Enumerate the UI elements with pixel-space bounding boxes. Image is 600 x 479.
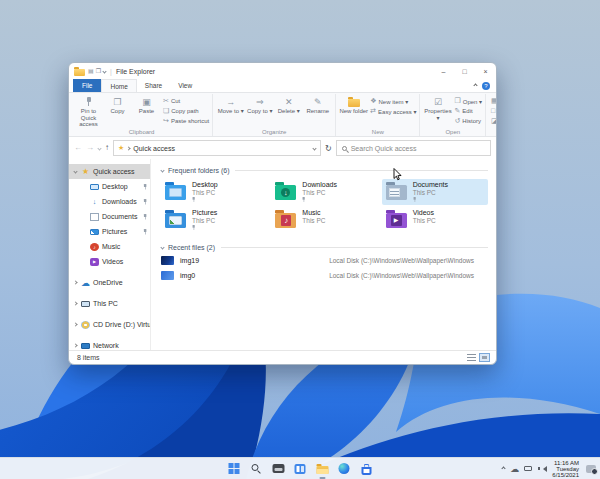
paste-button[interactable]: ▣Paste: [132, 94, 161, 115]
new-folder-button[interactable]: New folder: [339, 94, 368, 115]
collapse-ribbon-icon[interactable]: [473, 83, 477, 87]
folder-tile-documents[interactable]: DocumentsThis PC: [382, 179, 488, 205]
minimize-button[interactable]: –: [433, 63, 454, 79]
move-to-button[interactable]: →Move to ▾: [216, 94, 245, 115]
paste-icon: ▣: [142, 97, 151, 107]
sidebar-item-this-pc[interactable]: This PC: [69, 296, 150, 311]
search-input[interactable]: Search Quick access: [336, 140, 491, 156]
tree-expander-right-icon[interactable]: [73, 323, 78, 326]
sidebar-item-desktop[interactable]: Desktop: [69, 179, 150, 194]
sidebar-item-documents[interactable]: Documents: [69, 209, 150, 224]
ribbon-group-organize: →Move to ▾⇒Copy to ▾✕Delete ▾✎RenameOrga…: [213, 94, 336, 136]
new-item-button[interactable]: ❖New item ▾: [370, 97, 416, 105]
pin-to-quick-access-button[interactable]: Pin to Quick access: [74, 94, 103, 128]
tab-view[interactable]: View: [170, 79, 200, 92]
invert-selection-button[interactable]: ◪Invert selection: [491, 117, 497, 125]
folder-tile-desktop[interactable]: DesktopThis PC: [161, 179, 267, 205]
volume-tray-icon[interactable]: [537, 466, 547, 472]
sidebar-item-pictures[interactable]: Pictures: [69, 224, 150, 239]
breadcrumb[interactable]: Quick access: [133, 145, 175, 152]
large-icons-view-icon[interactable]: [479, 353, 490, 362]
paste-shortcut-button[interactable]: ↪Paste shortcut: [163, 117, 209, 125]
network-tray-icon[interactable]: [524, 466, 532, 471]
tab-home[interactable]: Home: [101, 79, 136, 92]
button-label: New item ▾: [379, 98, 409, 105]
address-bar[interactable]: ★ Quick access: [113, 140, 321, 156]
notification-center-icon[interactable]: [586, 465, 596, 473]
qat-new-folder-icon[interactable]: ❒: [96, 67, 101, 75]
up-icon[interactable]: ↑: [105, 143, 109, 153]
folder-tile-pictures[interactable]: PicturesThis PC: [161, 207, 267, 233]
taskbar-file-explorer-icon[interactable]: [315, 459, 330, 479]
maximize-button[interactable]: □: [454, 63, 475, 79]
tray-overflow-chevron-icon[interactable]: [502, 467, 505, 470]
copy-path-button[interactable]: ❏Copy path: [163, 107, 209, 115]
button-label: Copy: [110, 108, 124, 115]
taskbar-store-icon[interactable]: [359, 459, 374, 479]
button-label: Rename: [306, 108, 329, 115]
tab-share[interactable]: Share: [137, 79, 170, 92]
rename-button[interactable]: ✎Rename: [303, 94, 332, 115]
folder-tile-videos[interactable]: ▶VideosThis PC: [382, 207, 488, 233]
details-view-icon[interactable]: [467, 354, 476, 361]
cddrive-icon: [81, 321, 90, 329]
tree-expander-right-icon[interactable]: [73, 344, 78, 347]
copy-to-button[interactable]: ⇒Copy to ▾: [245, 94, 274, 115]
tab-file[interactable]: File: [73, 79, 101, 92]
documents-folder-icon: [386, 185, 407, 200]
section-collapse-icon[interactable]: [160, 245, 164, 249]
taskbar-clock[interactable]: 11:16 AM Tuesday 6/15/2021: [552, 460, 579, 478]
recent-file-img19[interactable]: img19Local Disk (C:)\Windows\Web\Wallpap…: [161, 253, 488, 268]
sidebar-item-onedrive[interactable]: ☁OneDrive: [69, 275, 150, 290]
qat-customize-icon[interactable]: [102, 69, 106, 73]
sidebar-item-network[interactable]: Network: [69, 338, 150, 350]
taskbar-search-icon[interactable]: [249, 459, 264, 479]
section-frequent-folders[interactable]: Frequent folders (6): [161, 164, 488, 176]
section-collapse-icon[interactable]: [160, 168, 164, 172]
select-all-button[interactable]: ▦Select all: [491, 97, 497, 105]
help-icon[interactable]: ?: [482, 82, 490, 90]
folder-tile-downloads[interactable]: ↓DownloadsThis PC: [271, 179, 377, 205]
star-icon: ★: [81, 167, 90, 176]
history-button[interactable]: ↺History: [454, 117, 482, 125]
taskbar-edge-icon[interactable]: [337, 459, 352, 479]
ribbon-tabs: HomeShareView: [101, 79, 200, 92]
sidebar-item-cd-drive-d-virtual[interactable]: CD Drive (D:) Virtual: [69, 317, 150, 332]
titlebar[interactable]: ▤ ❒ | File Explorer – □ ×: [69, 63, 496, 79]
select-none-icon: □: [491, 107, 495, 115]
open-button[interactable]: ❒Open ▾: [454, 97, 482, 105]
taskbar-widgets-icon[interactable]: [293, 459, 308, 479]
cut-button[interactable]: ✂Cut: [163, 97, 209, 105]
sidebar-item-music[interactable]: ♪Music: [69, 239, 150, 254]
tree-expander-right-icon[interactable]: [73, 302, 78, 305]
copy-button[interactable]: ❐Copy: [103, 94, 132, 115]
sidebar-item-quick-access[interactable]: ★Quick access: [69, 164, 150, 179]
sidebar-item-downloads[interactable]: ↓Downloads: [69, 194, 150, 209]
close-button[interactable]: ×: [475, 63, 496, 79]
tree-expander-right-icon[interactable]: [73, 281, 78, 284]
delete-button[interactable]: ✕Delete ▾: [274, 94, 303, 115]
qat-properties-icon[interactable]: ▤: [88, 67, 94, 75]
section-recent-files[interactable]: Recent files (2): [161, 241, 488, 253]
taskbar-task-view-icon[interactable]: [271, 459, 286, 479]
onedrive-tray-icon[interactable]: ☁: [510, 464, 519, 474]
easy-access-icon: ⇄: [370, 107, 376, 115]
address-dropdown-icon[interactable]: [312, 146, 316, 150]
folder-tile-music[interactable]: ♪MusicThis PC: [271, 207, 377, 233]
select-none-button[interactable]: □Select none: [491, 107, 497, 115]
recent-locations-icon[interactable]: [97, 146, 101, 150]
window-body: ★Quick accessDesktop↓DownloadsDocumentsP…: [69, 159, 496, 350]
back-icon[interactable]: ←: [74, 143, 82, 153]
breadcrumb-chevron-icon[interactable]: [127, 146, 131, 150]
music-folder-icon: ♪: [275, 213, 296, 228]
sidebar-item-videos[interactable]: ▶Videos: [69, 254, 150, 269]
forward-icon[interactable]: →: [86, 143, 94, 153]
taskbar-start-icon[interactable]: [227, 459, 242, 479]
tree-expander-down-icon[interactable]: [73, 170, 78, 173]
properties-button[interactable]: ☑Properties ▾: [423, 94, 452, 121]
easy-access-button[interactable]: ⇄Easy access ▾: [370, 107, 416, 115]
edit-button[interactable]: ✎Edit: [454, 107, 482, 115]
rename-icon: ✎: [314, 95, 322, 108]
recent-file-img0[interactable]: img0Local Disk (C:)\Windows\Web\Wallpape…: [161, 268, 488, 283]
refresh-icon[interactable]: ↻: [325, 144, 332, 153]
